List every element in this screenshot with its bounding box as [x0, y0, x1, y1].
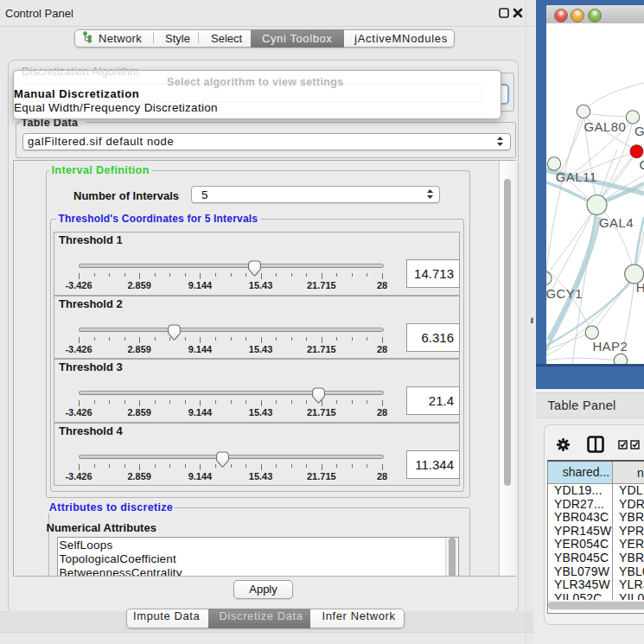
svg-text:GAL11: GAL11 [556, 169, 597, 184]
svg-text:GAL80: GAL80 [584, 119, 627, 134]
svg-text:HAP2: HAP2 [592, 339, 628, 354]
svg-text:GAL4: GAL4 [599, 215, 634, 230]
svg-text:G.: G. [634, 124, 644, 138]
svg-text:H: H [636, 280, 644, 295]
svg-text:C: C [640, 157, 644, 172]
svg-text:GCY1: GCY1 [546, 286, 583, 301]
